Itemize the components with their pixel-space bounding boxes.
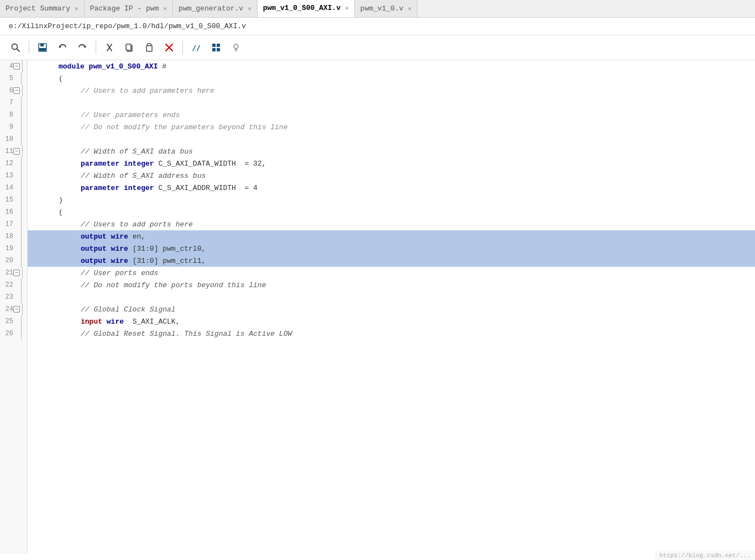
ln-text-7: 7	[2, 99, 13, 107]
gutter-line-15	[21, 194, 22, 206]
tab-close-pwm-v1[interactable]: ✕	[408, 5, 412, 12]
code-line-20[interactable]: output wire [31:0] pwm_ctrl1,	[28, 255, 755, 267]
tab-close-project-summary[interactable]: ✕	[75, 5, 78, 12]
code-line-24[interactable]: // Global Clock Signal	[28, 303, 755, 315]
toolbar: //	[0, 35, 755, 60]
line-number-7: 7	[0, 97, 27, 109]
gutter-line-16	[21, 206, 22, 218]
gutter-line-17	[21, 218, 22, 230]
svg-rect-10	[148, 44, 151, 46]
svg-rect-16	[217, 48, 220, 51]
gutter-space-15	[13, 196, 20, 204]
ln-text-18: 18	[2, 233, 13, 240]
gutter-line-5	[21, 72, 22, 84]
code-line-16[interactable]: (	[28, 206, 755, 218]
code-line-21[interactable]: // User ports ends	[28, 267, 755, 279]
code-line-8[interactable]: // User parameters ends	[28, 109, 755, 121]
token: // Width of S_AXI address bus	[81, 172, 206, 180]
redo-button[interactable]	[74, 39, 91, 56]
gutter-space-12	[13, 160, 20, 168]
line-number-26: 26	[0, 327, 27, 340]
bulb-button[interactable]	[227, 39, 245, 56]
code-line-10[interactable]	[28, 133, 755, 145]
code-line-22[interactable]: // Do not modify the ports beyond this l…	[28, 279, 755, 291]
fold-icon-24[interactable]: −	[13, 306, 20, 313]
code-line-9[interactable]: // Do not modify the parameters beyond t…	[28, 121, 755, 133]
tab-close-pwm-generator[interactable]: ✕	[248, 5, 251, 12]
gutter-space-16	[13, 208, 20, 216]
ln-text-12: 12	[2, 160, 13, 167]
save-button[interactable]	[34, 39, 51, 56]
code-line-4[interactable]: module pwm_v1_0_S00_AXI #	[28, 60, 755, 72]
tab-close-pwm-v1-s00[interactable]: ✕	[345, 4, 349, 12]
code-line-17[interactable]: // Users to add ports here	[28, 218, 755, 230]
line-number-12: 12	[0, 157, 27, 170]
line-number-25: 25	[0, 315, 27, 327]
line-number-19: 19	[0, 242, 27, 255]
code-line-18[interactable]: output wire en,	[28, 230, 755, 242]
code-content[interactable]: module pwm_v1_0_S00_AXI #(// Users to ad…	[28, 60, 755, 554]
code-line-12[interactable]: parameter integer C_S_AXI_DATA_WIDTH = 3…	[28, 157, 755, 170]
code-line-5[interactable]: (	[28, 72, 755, 84]
comment-button[interactable]: //	[187, 39, 205, 56]
gutter-line-14	[21, 182, 22, 194]
token: // Width of S_AXI data bus	[81, 147, 193, 156]
token: en,	[128, 233, 145, 241]
gutter-space-9	[13, 123, 20, 131]
svg-rect-14	[217, 44, 220, 47]
token: = 32,	[236, 160, 266, 168]
cut-button[interactable]	[101, 39, 118, 56]
token: // Do not modify the parameters beyond t…	[81, 123, 287, 131]
ln-text-19: 19	[2, 245, 13, 252]
code-line-13[interactable]: // Width of S_AXI address bus	[28, 170, 755, 182]
code-line-15[interactable]: )	[28, 194, 755, 206]
code-line-11[interactable]: // Width of S_AXI data bus	[28, 145, 755, 157]
filepath-bar: e:/XilinxProject/ip_repo/pwm_1.0/hdl/pwm…	[0, 18, 755, 35]
code-line-14[interactable]: parameter integer C_S_AXI_ADDR_WIDTH = 4	[28, 182, 755, 194]
gutter-line-10	[21, 133, 22, 145]
line-number-16: 16	[0, 206, 27, 218]
gutter-space-25	[13, 318, 20, 326]
line-number-14: 14	[0, 182, 27, 194]
ln-text-15: 15	[2, 196, 13, 204]
code-line-7[interactable]	[28, 97, 755, 109]
line-number-9: 9	[0, 121, 27, 133]
fold-icon-21[interactable]: −	[13, 270, 20, 276]
tab-package-ip[interactable]: Package IP - pwm ✕	[85, 0, 173, 17]
token: wire	[107, 318, 124, 326]
code-line-23[interactable]	[28, 291, 755, 303]
token: parameter integer	[81, 160, 154, 168]
undo-button[interactable]	[54, 39, 71, 56]
tab-pwm-v1-s00[interactable]: pwm_v1_0_S00_AXI.v ✕	[258, 0, 355, 17]
tab-pwm-generator[interactable]: pwm_generator.v ✕	[173, 0, 258, 17]
tab-close-package-ip[interactable]: ✕	[163, 5, 167, 12]
tab-pwm-v1[interactable]: pwm_v1_0.v ✕	[355, 0, 418, 17]
tab-project-summary[interactable]: Project Summary ✕	[0, 0, 85, 17]
block-button[interactable]	[207, 39, 225, 56]
line-number-10: 10	[0, 133, 27, 145]
gutter-line-13	[21, 170, 22, 182]
code-line-19[interactable]: output wire [31:0] pwm_ctrl0,	[28, 242, 755, 255]
code-line-25[interactable]: input wire S_AXI_ACLK,	[28, 315, 755, 327]
paste-button[interactable]	[140, 39, 158, 56]
token: output	[81, 257, 111, 265]
ln-text-16: 16	[2, 208, 13, 216]
line-number-15: 15	[0, 194, 27, 206]
tab-label: pwm_v1_0.v	[360, 4, 403, 13]
code-line-26[interactable]: // Global Reset Signal. This Signal is A…	[28, 327, 755, 340]
token: input	[81, 318, 107, 326]
gutter-space-23	[13, 293, 20, 302]
code-line-6[interactable]: // Users to add parameters here	[28, 84, 755, 97]
fold-icon-4[interactable]: −	[13, 63, 20, 70]
ln-text-23: 23	[2, 293, 13, 301]
ln-text-4: 4	[2, 62, 13, 70]
delete-button[interactable]	[160, 39, 178, 56]
token: wire	[111, 257, 128, 265]
token: C_S_AXI_ADDR_WIDTH	[154, 184, 236, 192]
ln-text-10: 10	[2, 135, 13, 143]
gutter-space-14	[13, 184, 20, 192]
search-button[interactable]	[7, 39, 24, 56]
fold-icon-6[interactable]: −	[13, 87, 20, 94]
fold-icon-11[interactable]: −	[13, 148, 20, 155]
copy-button[interactable]	[120, 39, 138, 56]
